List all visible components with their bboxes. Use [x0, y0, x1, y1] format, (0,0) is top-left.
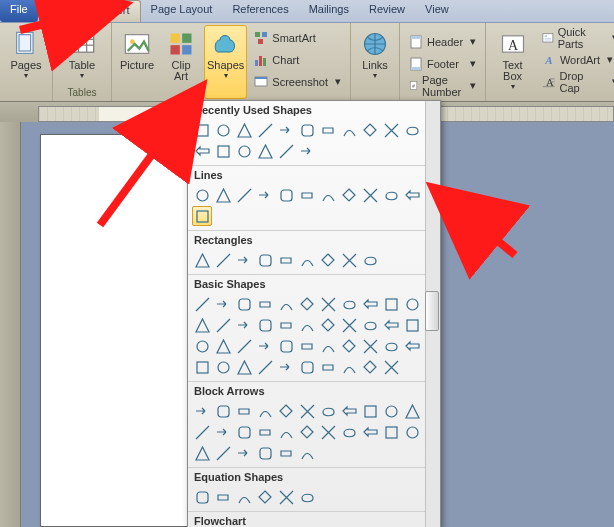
shape-item[interactable]	[339, 315, 359, 335]
shape-item[interactable]	[234, 422, 254, 442]
shape-item[interactable]	[192, 422, 212, 442]
shape-item[interactable]	[402, 401, 422, 421]
shape-item[interactable]	[276, 401, 296, 421]
pages-button[interactable]: Pages ▾	[4, 25, 48, 99]
shape-item[interactable]	[276, 185, 296, 205]
shape-item[interactable]	[297, 120, 317, 140]
shape-item[interactable]	[192, 443, 212, 463]
shape-item[interactable]	[297, 141, 317, 161]
tab-insert[interactable]: Insert	[91, 0, 141, 22]
shape-item[interactable]	[318, 357, 338, 377]
shape-item[interactable]	[381, 401, 401, 421]
shape-item[interactable]	[297, 487, 317, 507]
tab-file[interactable]: File	[0, 0, 38, 22]
shape-item[interactable]	[276, 422, 296, 442]
shape-item[interactable]	[318, 422, 338, 442]
shape-item[interactable]	[213, 185, 233, 205]
shape-item[interactable]	[255, 250, 275, 270]
shape-item[interactable]	[213, 443, 233, 463]
chart-button[interactable]: Chart	[249, 49, 346, 70]
shape-item[interactable]	[255, 294, 275, 314]
shape-item[interactable]	[192, 401, 212, 421]
shape-item[interactable]	[402, 315, 422, 335]
shape-item[interactable]	[255, 487, 275, 507]
shape-item[interactable]	[381, 357, 401, 377]
shape-item[interactable]	[297, 336, 317, 356]
shape-item[interactable]	[318, 294, 338, 314]
textbox-button[interactable]: A Text Box ▾	[490, 25, 535, 99]
shape-item[interactable]	[360, 401, 380, 421]
shape-item[interactable]	[276, 141, 296, 161]
shape-item[interactable]	[360, 336, 380, 356]
shape-item[interactable]	[192, 250, 212, 270]
shape-item[interactable]	[192, 315, 212, 335]
shape-item[interactable]	[276, 336, 296, 356]
shape-item[interactable]	[360, 185, 380, 205]
picture-button[interactable]: Picture	[116, 25, 158, 99]
shape-item[interactable]	[234, 250, 254, 270]
shape-item[interactable]	[234, 487, 254, 507]
shape-item[interactable]	[255, 185, 275, 205]
shape-item[interactable]	[276, 357, 296, 377]
shape-item[interactable]	[339, 422, 359, 442]
shape-item[interactable]	[360, 294, 380, 314]
shape-item[interactable]	[339, 357, 359, 377]
shape-item[interactable]	[339, 250, 359, 270]
shape-item[interactable]	[297, 401, 317, 421]
shape-item[interactable]	[213, 250, 233, 270]
shape-item[interactable]	[255, 315, 275, 335]
shape-item[interactable]	[381, 185, 401, 205]
shape-item[interactable]	[192, 185, 212, 205]
shape-item[interactable]	[234, 336, 254, 356]
shape-item[interactable]	[339, 401, 359, 421]
shape-item[interactable]	[234, 185, 254, 205]
shapes-button[interactable]: Shapes ▾	[204, 25, 247, 99]
shape-item[interactable]	[360, 422, 380, 442]
shape-item[interactable]	[381, 120, 401, 140]
dropcap-button[interactable]: ADrop Cap▾	[537, 71, 614, 92]
shape-item[interactable]	[213, 422, 233, 442]
shape-item[interactable]	[234, 443, 254, 463]
shape-item[interactable]	[213, 120, 233, 140]
shape-item[interactable]	[192, 120, 212, 140]
shape-item[interactable]	[360, 315, 380, 335]
shape-item[interactable]	[276, 294, 296, 314]
shape-item[interactable]	[255, 401, 275, 421]
clipart-button[interactable]: Clip Art	[160, 25, 202, 99]
shape-item[interactable]	[276, 120, 296, 140]
shape-item[interactable]	[255, 120, 275, 140]
shape-item[interactable]	[297, 315, 317, 335]
shape-item[interactable]	[192, 357, 212, 377]
shape-item[interactable]	[297, 185, 317, 205]
shape-item[interactable]	[234, 120, 254, 140]
shape-item[interactable]	[234, 315, 254, 335]
screenshot-button[interactable]: Screenshot▾	[249, 71, 346, 92]
shape-item[interactable]	[276, 443, 296, 463]
tab-review[interactable]: Review	[359, 0, 415, 22]
shape-item[interactable]	[360, 357, 380, 377]
shape-item[interactable]	[234, 141, 254, 161]
footer-button[interactable]: Footer▾	[404, 53, 481, 74]
shape-item[interactable]	[318, 120, 338, 140]
shape-item[interactable]	[381, 315, 401, 335]
shape-item[interactable]	[255, 141, 275, 161]
shape-item[interactable]	[297, 294, 317, 314]
shape-item[interactable]	[318, 315, 338, 335]
vertical-ruler[interactable]	[0, 122, 21, 527]
shape-item[interactable]	[213, 401, 233, 421]
shape-item[interactable]	[360, 250, 380, 270]
shape-item[interactable]	[318, 336, 338, 356]
shape-item[interactable]	[339, 120, 359, 140]
shape-item[interactable]	[213, 315, 233, 335]
table-button[interactable]: Table ▾	[57, 25, 107, 86]
shape-item[interactable]	[192, 141, 212, 161]
shape-item[interactable]	[276, 250, 296, 270]
shape-item[interactable]	[276, 315, 296, 335]
shape-item[interactable]	[318, 250, 338, 270]
shape-item[interactable]	[339, 185, 359, 205]
shape-item[interactable]	[402, 422, 422, 442]
shape-item[interactable]	[381, 422, 401, 442]
shape-item[interactable]	[402, 336, 422, 356]
header-button[interactable]: Header▾	[404, 31, 481, 52]
tab-mailings[interactable]: Mailings	[299, 0, 359, 22]
